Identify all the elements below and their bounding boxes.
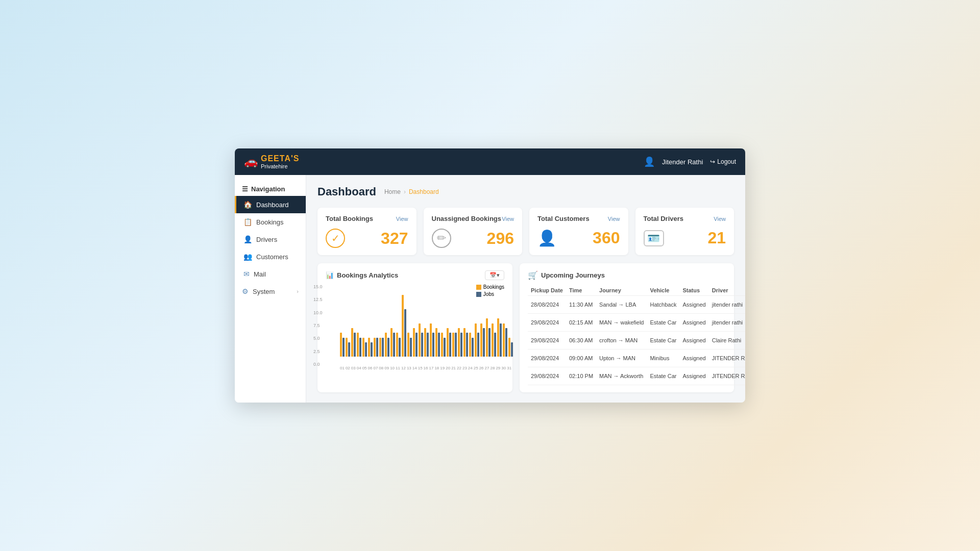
logo-icon: 🚗 — [244, 155, 258, 168]
sidebar-item-dashboard[interactable]: 🏠 Dashboard — [235, 196, 306, 213]
bar-jobs — [455, 333, 457, 357]
bar-group — [374, 338, 378, 357]
bar-group — [402, 295, 406, 357]
col-pickup-date: Pickup Date — [528, 285, 566, 296]
bar-group — [458, 328, 462, 357]
sidebar-item-drivers[interactable]: 👤 Drivers — [235, 231, 306, 248]
analytics-options-button[interactable]: 📅▾ — [485, 270, 504, 280]
top-header: 🚗 GEETA'S Privatehire 👤 Jitender Rathi ↪… — [235, 148, 745, 175]
bar-bookings — [385, 333, 387, 357]
cell-date: 29/08/2024 — [528, 332, 566, 349]
sidebar-item-mail[interactable]: ✉ Mail — [235, 265, 306, 283]
sidebar-item-customers[interactable]: 👥 Customers — [235, 248, 306, 265]
stat-card-body: 🪪 21 — [644, 229, 726, 247]
x-axis-label: 06 — [368, 366, 373, 370]
cell-time: 06:30 AM — [566, 332, 596, 349]
analytics-header: 📊 Bookings Analytics 📅▾ — [326, 270, 504, 280]
table-row: 28/08/2024 11:30 AM Sandal → LBA Hatchba… — [528, 296, 745, 314]
bar-jobs — [365, 342, 367, 357]
bar-bookings — [407, 333, 409, 357]
bookings-icon: 📋 — [243, 218, 252, 226]
x-axis-label: 08 — [379, 366, 383, 370]
bar-bookings — [346, 338, 348, 357]
user-avatar-icon: 👤 — [644, 156, 655, 167]
bar-bookings — [463, 328, 465, 357]
mail-icon: ✉ — [243, 270, 250, 278]
x-axis-label: 17 — [429, 366, 434, 370]
stat-title-drivers: Total Drivers — [644, 215, 684, 222]
cell-date: 29/08/2024 — [528, 314, 566, 332]
system-icon: ⚙ — [242, 287, 249, 295]
bar-group — [452, 333, 457, 357]
customers-icon: 👥 — [243, 253, 252, 261]
x-axis-label: 10 — [390, 366, 395, 370]
stat-view-customers[interactable]: View — [608, 216, 620, 222]
checkmark-icon: ✓ — [326, 229, 345, 248]
x-axis-label: 20 — [446, 366, 450, 370]
chart-icon: 📊 — [326, 271, 334, 279]
bar-group — [379, 338, 384, 357]
sidebar-item-system[interactable]: ⚙ System › — [235, 283, 306, 300]
app-window: 🚗 GEETA'S Privatehire 👤 Jitender Rathi ↪… — [235, 148, 745, 403]
cell-time: 02:15 AM — [566, 314, 596, 332]
bar-jobs — [466, 333, 468, 357]
bar-group — [368, 338, 373, 357]
bar-group — [503, 323, 507, 357]
x-axis-label: 12 — [401, 366, 406, 370]
stat-view-bookings[interactable]: View — [396, 216, 408, 222]
bar-jobs — [404, 309, 406, 357]
stat-card-total-bookings: Total Bookings View ✓ 327 — [317, 208, 416, 255]
bar-bookings — [447, 328, 449, 357]
bar-group — [497, 318, 502, 357]
stat-card-body: 👤 360 — [537, 229, 620, 247]
bar-bookings — [419, 323, 421, 357]
status-badge: Assigned — [682, 355, 705, 361]
bar-jobs — [382, 338, 384, 357]
pencil-icon: ✏ — [432, 229, 451, 248]
content-area: Dashboard Home › Dashboard Total Booking… — [306, 175, 745, 403]
sidebar-label-bookings: Bookings — [256, 218, 283, 226]
bar-jobs — [494, 333, 496, 357]
x-axis-label: 02 — [346, 366, 350, 370]
status-badge: Assigned — [682, 373, 705, 379]
bar-group — [413, 328, 418, 357]
stat-view-unassigned[interactable]: View — [502, 216, 514, 222]
sidebar-nav-label: ☰ Navigation — [235, 180, 306, 196]
cell-journey: Sandal → LBA — [596, 296, 647, 314]
x-axis-label: 15 — [418, 366, 423, 370]
breadcrumb-home[interactable]: Home — [384, 188, 401, 195]
drivers-icon: 👤 — [243, 235, 252, 243]
x-axis-label: 03 — [351, 366, 356, 370]
stat-view-drivers[interactable]: View — [714, 216, 726, 222]
stat-card-body: ✏ 296 — [432, 229, 514, 248]
x-axis-label: 01 — [340, 366, 345, 370]
cell-date: 29/08/2024 — [528, 349, 566, 367]
customer-icon: 👤 — [537, 229, 556, 247]
x-axis-label: 11 — [396, 366, 400, 370]
status-badge: Assigned — [682, 302, 705, 308]
journeys-table-head: Pickup Date Time Journey Vehicle Status … — [528, 285, 745, 296]
bar-bookings — [469, 333, 471, 357]
cell-journey: crofton → MAN — [596, 332, 647, 349]
header-right: 👤 Jitender Rathi ↪ Logout — [644, 156, 736, 167]
journeys-title: Upcoming Journeys — [541, 271, 605, 279]
sidebar-item-bookings[interactable]: 📋 Bookings — [235, 213, 306, 231]
x-axis-label: 21 — [451, 366, 456, 370]
sidebar-label-customers: Customers — [256, 253, 288, 261]
bar-jobs — [387, 338, 389, 357]
bar-group — [447, 328, 451, 357]
bar-chart — [340, 284, 504, 366]
bar-bookings — [390, 328, 393, 357]
breadcrumb-current: Dashboard — [409, 188, 439, 195]
x-axis: 0102030405060708091011121314151617181920… — [340, 366, 504, 370]
cell-driver: JITENDER RATHI — [709, 367, 745, 385]
chevron-right-icon: › — [297, 288, 299, 294]
logout-button[interactable]: ↪ Logout — [710, 158, 736, 165]
x-axis-label: 16 — [424, 366, 428, 370]
sidebar-label-mail: Mail — [254, 270, 266, 278]
bar-group — [469, 333, 474, 357]
bar-group — [424, 328, 429, 357]
bottom-row: 📊 Bookings Analytics 📅▾ 0.0 2.5 5.0 7.5 … — [317, 263, 734, 392]
bar-bookings — [486, 318, 488, 357]
bar-group — [475, 323, 479, 357]
